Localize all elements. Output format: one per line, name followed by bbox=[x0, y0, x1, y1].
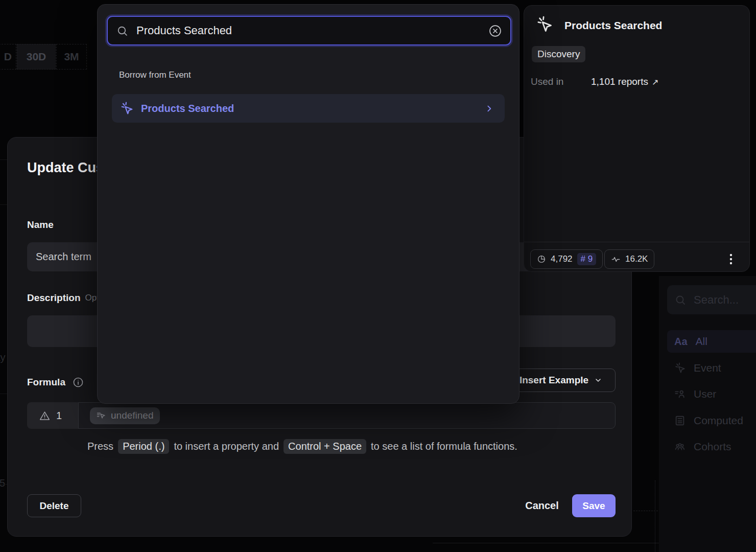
chart-axis-line bbox=[633, 511, 658, 511]
activity-icon bbox=[611, 255, 621, 264]
delete-button[interactable]: Delete bbox=[27, 494, 81, 517]
save-label: Save bbox=[582, 500, 605, 512]
used-in-reports-link[interactable]: 1,101 reports ↗ bbox=[591, 76, 658, 87]
event-icon bbox=[536, 16, 553, 33]
warning-icon bbox=[39, 410, 50, 421]
time-range-label: D bbox=[4, 51, 12, 63]
volume-value: 16.2K bbox=[625, 254, 648, 264]
category-badge: Discovery bbox=[532, 46, 585, 62]
formula-token-chip[interactable]: undefined bbox=[90, 407, 160, 424]
chevron-right-icon bbox=[485, 104, 493, 113]
search-icon bbox=[116, 25, 129, 37]
event-icon bbox=[120, 102, 133, 115]
cohorts-icon bbox=[674, 441, 686, 452]
sidebar-search-input: Search... bbox=[667, 285, 756, 314]
formula-input[interactable]: undefined bbox=[78, 402, 616, 429]
sidebar-item-cohorts: Cohorts bbox=[667, 435, 756, 458]
sidebar-item-computed: Computed bbox=[667, 409, 756, 432]
more-menu-icon[interactable] bbox=[726, 251, 736, 267]
hint-text: Press bbox=[87, 441, 113, 452]
formula-token-label: undefined bbox=[111, 410, 153, 421]
chart-gridline bbox=[0, 394, 7, 394]
calculator-icon bbox=[674, 415, 686, 426]
insert-example-button[interactable]: Insert Example bbox=[506, 369, 616, 392]
event-count-value: 4,792 bbox=[551, 254, 573, 264]
kbd-period: Period (.) bbox=[118, 439, 169, 454]
time-range-segment-partial: D bbox=[0, 44, 16, 70]
external-link-icon: ↗ bbox=[652, 77, 658, 87]
chart-gridline bbox=[0, 159, 7, 160]
cancel-button[interactable]: Cancel bbox=[517, 494, 566, 517]
save-button[interactable]: Save bbox=[572, 494, 616, 517]
search-icon bbox=[674, 294, 687, 306]
axis-label-fragment: 55 bbox=[0, 477, 5, 489]
aa-icon: Aa bbox=[674, 336, 688, 348]
time-range-segment-30d: 30D bbox=[17, 44, 56, 70]
sidebar-item-label: All bbox=[696, 335, 707, 348]
sidebar-item-label: Computed bbox=[694, 415, 743, 427]
app-screen: D 30D 3M lay 55 Search... Aa All Event bbox=[0, 0, 756, 552]
user-icon bbox=[674, 388, 686, 400]
section-label: Borrow from Event bbox=[119, 70, 191, 80]
volume-chip: 16.2K bbox=[604, 249, 654, 269]
description-label: Description bbox=[27, 292, 81, 304]
sidebar-item-label: Event bbox=[694, 362, 721, 374]
kbd-control-space: Control + Space bbox=[284, 439, 366, 454]
formula-error-gutter: 1 bbox=[27, 402, 78, 429]
cancel-label: Cancel bbox=[525, 500, 559, 512]
axis-label-fragment: lay bbox=[0, 352, 6, 363]
formula-label-row: Formula bbox=[27, 377, 84, 388]
name-value: Search term bbox=[36, 251, 91, 263]
result-label: Products Searched bbox=[141, 103, 477, 114]
time-range-label: 3M bbox=[64, 51, 79, 63]
formula-hint: Press Period (.) to insert a property an… bbox=[87, 439, 517, 454]
sidebar-item-label: User bbox=[694, 388, 716, 400]
search-input[interactable]: Products Searched bbox=[107, 16, 511, 45]
chart-axis-line bbox=[655, 480, 655, 552]
chart-gridline bbox=[0, 484, 7, 485]
search-query: Products Searched bbox=[136, 24, 481, 37]
pie-chart-icon bbox=[537, 255, 546, 264]
hint-text: to insert a property and bbox=[174, 441, 279, 452]
time-range-label: 30D bbox=[27, 51, 46, 63]
sidebar-item-label: Cohorts bbox=[694, 441, 731, 453]
event-count-chip: 4,792 # 9 bbox=[530, 249, 603, 269]
event-details-card: Products Searched Discovery Used in 1,10… bbox=[524, 5, 750, 272]
event-icon bbox=[674, 362, 686, 374]
insert-example-label: Insert Example bbox=[519, 375, 588, 386]
sidebar-item-event: Event bbox=[667, 357, 756, 379]
property-search-modal: Products Searched Borrow from Event Prod… bbox=[97, 4, 519, 404]
time-range-segment-3m: 3M bbox=[56, 44, 87, 70]
name-label: Name bbox=[27, 219, 54, 231]
sidebar-search-placeholder: Search... bbox=[694, 293, 739, 307]
sidebar-item-all: Aa All bbox=[667, 330, 756, 353]
delete-label: Delete bbox=[39, 500, 68, 512]
used-in-value: 1,101 reports bbox=[591, 76, 648, 87]
search-result-item[interactable]: Products Searched bbox=[112, 94, 505, 123]
card-title: Products Searched bbox=[564, 19, 662, 32]
hint-text: to see a list of formula functions. bbox=[371, 441, 517, 452]
property-type-sidebar: Search... Aa All Event User Computed bbox=[659, 276, 756, 552]
chevron-down-icon bbox=[594, 376, 602, 384]
info-icon[interactable] bbox=[73, 377, 84, 388]
sidebar-item-user: User bbox=[667, 383, 756, 405]
used-in-label: Used in bbox=[531, 76, 563, 87]
formula-label: Formula bbox=[27, 377, 65, 388]
card-footer-divider bbox=[524, 242, 749, 242]
chart-gridline bbox=[0, 204, 7, 205]
event-rank-badge: # 9 bbox=[577, 253, 597, 265]
error-count: 1 bbox=[56, 410, 62, 422]
clear-search-icon[interactable] bbox=[488, 24, 502, 38]
property-icon bbox=[97, 411, 106, 421]
